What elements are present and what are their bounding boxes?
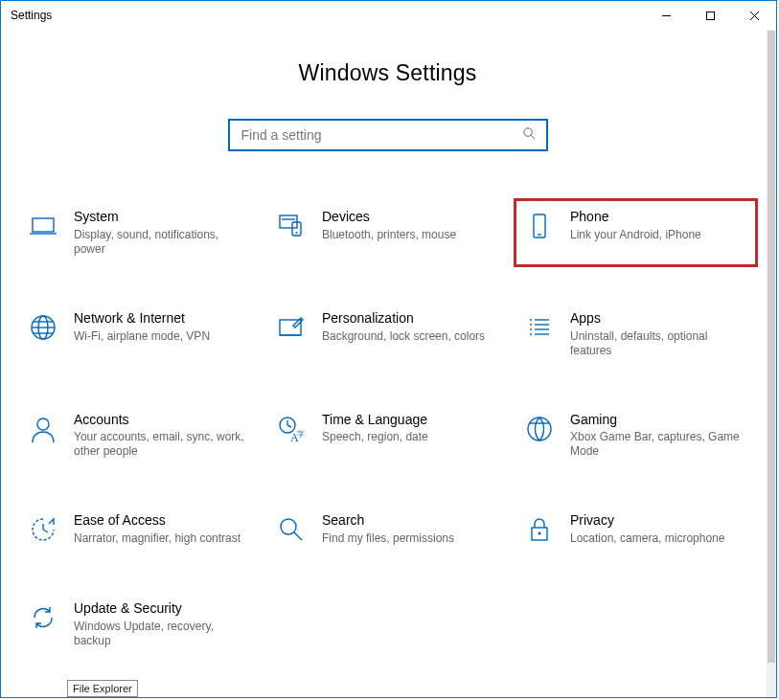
svg-text:字: 字 (297, 430, 305, 439)
tile-text: AppsUninstall, defaults, optional featur… (570, 310, 749, 358)
taskbar-tooltip: File Explorer (67, 680, 138, 697)
tile-text: SystemDisplay, sound, notifications, pow… (74, 209, 253, 257)
tile-personalization[interactable]: PersonalizationBackground, lock screen, … (274, 308, 501, 360)
gaming-icon (522, 412, 557, 446)
tile-subtitle: Your accounts, email, sync, work, other … (74, 430, 253, 459)
close-icon (749, 11, 760, 21)
svg-line-5 (531, 135, 535, 139)
tile-devices[interactable]: DevicesBluetooth, printers, mouse (274, 207, 501, 259)
tile-title: Gaming (570, 412, 749, 428)
tile-subtitle: Windows Update, recovery, backup (74, 620, 253, 648)
content: Windows Settings SystemDisplay, sound, n… (1, 30, 767, 697)
lock-icon (522, 512, 557, 547)
search-box[interactable] (228, 119, 548, 151)
maximize-icon (705, 11, 716, 21)
tile-text: DevicesBluetooth, printers, mouse (322, 209, 456, 242)
phone-icon (522, 209, 557, 243)
svg-point-42 (538, 532, 541, 535)
svg-rect-19 (280, 320, 301, 335)
tile-text: SearchFind my files, permissions (322, 512, 454, 546)
ease-icon (26, 512, 60, 547)
tile-update[interactable]: Update & SecurityWindows Update, recover… (26, 598, 253, 650)
svg-line-32 (287, 425, 291, 427)
tile-gaming[interactable]: GamingXbox Game Bar, captures, Game Mode (522, 410, 749, 462)
tile-subtitle: Location, camera, microphone (570, 531, 724, 546)
tile-text: Update & SecurityWindows Update, recover… (74, 600, 253, 648)
tile-text: AccountsYour accounts, email, sync, work… (74, 412, 253, 460)
tile-phone[interactable]: PhoneLink your Android, iPhone (522, 207, 749, 259)
maximize-button[interactable] (688, 1, 732, 30)
tile-network[interactable]: Network & InternetWi-Fi, airplane mode, … (26, 308, 253, 360)
search-tile-icon (274, 512, 309, 547)
tile-title: System (74, 209, 253, 225)
svg-point-10 (296, 232, 298, 234)
search-input[interactable] (240, 126, 522, 144)
page-title: Windows Settings (18, 60, 757, 86)
time-lang-icon: A字 (274, 412, 309, 446)
search-icon (522, 126, 537, 145)
tile-ease[interactable]: Ease of AccessNarrator, magnifier, high … (26, 510, 253, 549)
tile-search[interactable]: SearchFind my files, permissions (274, 510, 501, 549)
tile-text: Ease of AccessNarrator, magnifier, high … (74, 512, 241, 546)
apps-icon (522, 310, 557, 345)
tile-title: Apps (570, 310, 749, 327)
svg-point-35 (528, 418, 551, 440)
update-icon (26, 600, 60, 635)
svg-rect-6 (33, 218, 54, 232)
scrollbar-track[interactable] (767, 30, 776, 697)
tile-subtitle: Find my files, permissions (322, 531, 454, 546)
tile-text: PhoneLink your Android, iPhone (570, 209, 701, 242)
tile-title: Devices (322, 209, 456, 225)
tile-time[interactable]: A字Time & LanguageSpeech, region, date (274, 410, 501, 462)
tile-accounts[interactable]: AccountsYour accounts, email, sync, work… (26, 410, 253, 462)
close-button[interactable] (732, 1, 776, 30)
window-controls (644, 1, 776, 30)
tile-text: PersonalizationBackground, lock screen, … (322, 310, 485, 344)
tile-title: Time & Language (322, 412, 428, 428)
svg-line-38 (43, 530, 48, 532)
tile-subtitle: Background, lock screen, colors (322, 329, 485, 344)
settings-window: Settings Windows Settings (0, 0, 777, 698)
tile-subtitle: Bluetooth, printers, mouse (322, 228, 456, 242)
tile-subtitle: Display, sound, notifications, power (74, 228, 253, 257)
tile-subtitle: Wi-Fi, airplane mode, VPN (74, 329, 210, 344)
tile-text: PrivacyLocation, camera, microphone (570, 512, 724, 546)
svg-point-29 (37, 418, 49, 430)
tile-title: Personalization (322, 310, 485, 327)
tile-subtitle: Narrator, magnifier, high contrast (74, 531, 241, 546)
svg-rect-1 (706, 11, 714, 19)
laptop-icon (26, 209, 60, 243)
content-wrap: Windows Settings SystemDisplay, sound, n… (1, 30, 776, 697)
person-icon (26, 412, 60, 446)
globe-icon (26, 310, 60, 345)
tile-title: Search (322, 512, 454, 529)
svg-point-39 (281, 519, 296, 534)
search-wrap (18, 119, 757, 151)
tile-title: Network & Internet (74, 310, 210, 327)
tile-privacy[interactable]: PrivacyLocation, camera, microphone (522, 510, 749, 549)
tile-subtitle: Link your Android, iPhone (570, 228, 701, 242)
settings-grid: SystemDisplay, sound, notifications, pow… (18, 207, 757, 650)
tile-title: Phone (570, 209, 701, 225)
personalization-icon (274, 310, 309, 345)
tile-system[interactable]: SystemDisplay, sound, notifications, pow… (26, 207, 253, 259)
tile-text: Network & InternetWi-Fi, airplane mode, … (74, 310, 210, 344)
tile-subtitle: Uninstall, defaults, optional features (570, 329, 749, 358)
tile-text: Time & LanguageSpeech, region, date (322, 412, 428, 445)
tile-title: Ease of Access (74, 512, 241, 529)
minimize-button[interactable] (644, 1, 688, 30)
minimize-icon (661, 11, 672, 21)
title-bar: Settings (1, 1, 776, 30)
tile-title: Accounts (74, 412, 253, 428)
tile-title: Privacy (570, 512, 724, 529)
tile-text: GamingXbox Game Bar, captures, Game Mode (570, 412, 749, 460)
tile-apps[interactable]: AppsUninstall, defaults, optional featur… (522, 308, 749, 360)
tile-subtitle: Xbox Game Bar, captures, Game Mode (570, 430, 749, 459)
window-title: Settings (11, 9, 52, 22)
tile-title: Update & Security (74, 600, 253, 617)
svg-line-40 (294, 532, 302, 540)
scrollbar-thumb[interactable] (768, 31, 775, 663)
tile-subtitle: Speech, region, date (322, 430, 428, 444)
svg-point-4 (523, 127, 531, 135)
devices-icon (274, 209, 309, 243)
